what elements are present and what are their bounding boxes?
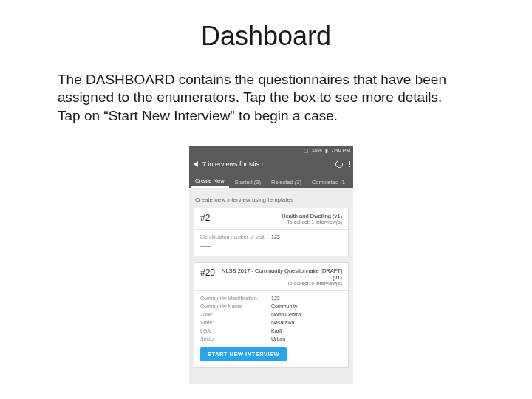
card-row: LGA:Karfi [200, 328, 342, 333]
page-body: Create new interview using templates #2 … [189, 188, 353, 384]
card-row: Zone:North Central [200, 312, 342, 317]
row-key: State: [200, 320, 271, 325]
back-icon[interactable] [194, 161, 198, 167]
tab-completed[interactable]: Completed (1 [307, 176, 349, 188]
row-value: 123 [271, 296, 280, 301]
card-subtitle: To collect: 5 interview(s) [215, 281, 342, 286]
slide-title: Dashboard [0, 21, 532, 52]
card-row: Identification number of visit 123 [200, 234, 342, 239]
body-pre: The [58, 72, 86, 87]
template-card-20[interactable]: #20 NLSS 2017 - Community Questionnaire … [194, 262, 349, 368]
card-subtitle: To collect: 1 interview(s) [282, 219, 342, 225]
overflow-menu-icon[interactable] [349, 161, 350, 167]
slide-body-text: The DASHBOARD contains the questionnaire… [58, 71, 457, 125]
row-value: Urban [271, 336, 285, 341]
row-value: Community [271, 304, 297, 309]
appbar-title: 7 interviews for Mis.L [202, 160, 265, 168]
tab-started[interactable]: Started (3) [231, 176, 265, 188]
row-key: Zone: [200, 312, 271, 317]
row-key: Identification number of visit [200, 234, 271, 239]
slide: Dashboard The DASHBOARD contains the que… [0, 0, 532, 399]
sync-icon[interactable] [334, 159, 344, 169]
card-row: Community Identification:123 [200, 296, 342, 301]
phone-screenshot: ▢ 15% ▮ 7:40 PM 7 interviews for Mis.L C… [189, 146, 353, 384]
start-new-interview-button[interactable]: START NEW INTERVIEW [200, 347, 287, 361]
row-value: 123 [271, 234, 280, 239]
card-row: Sector:Urban [200, 336, 342, 341]
card-number: #20 [200, 267, 215, 278]
row-value: Nasarawa [271, 320, 295, 325]
card-more: ––– [200, 242, 342, 250]
phone-statusbar: ▢ 15% ▮ 7:40 PM [189, 146, 353, 155]
tab-create-new[interactable]: Create New [191, 174, 229, 188]
tab-rejected[interactable]: Rejected (3) [267, 176, 306, 188]
tab-bar: Create New Started (3) Rejected (3) Comp… [189, 173, 353, 188]
battery-icon: ▢ [304, 146, 309, 155]
card-title: Health and Dwelling (v1) [282, 213, 342, 219]
section-label: Create new interview using templates [195, 197, 349, 203]
row-key: Community Name: [200, 304, 271, 309]
app-bar: 7 interviews for Mis.L [189, 155, 353, 173]
row-key: Sector: [200, 336, 271, 341]
signal-icon: ▮ [325, 146, 328, 155]
battery-pct: 15% [312, 146, 322, 155]
card-number: #2 [200, 213, 210, 223]
card-divider [194, 290, 348, 291]
row-key: LGA: [200, 328, 271, 333]
body-caps: DASHBOARD [86, 72, 174, 87]
card-row: State:Nasarawa [200, 320, 342, 325]
row-key: Community Identification: [200, 296, 271, 301]
status-time: 7:40 PM [331, 146, 350, 155]
card-title: NLSS 2017 - Community Questionnaire [DRA… [215, 267, 342, 281]
row-value: Karfi [271, 328, 282, 333]
template-card-2[interactable]: #2 Health and Dwelling (v1) To collect: … [194, 208, 349, 256]
card-divider [194, 229, 348, 230]
row-value: North Central [271, 312, 302, 317]
card-row: Community Name:Community [200, 304, 342, 309]
